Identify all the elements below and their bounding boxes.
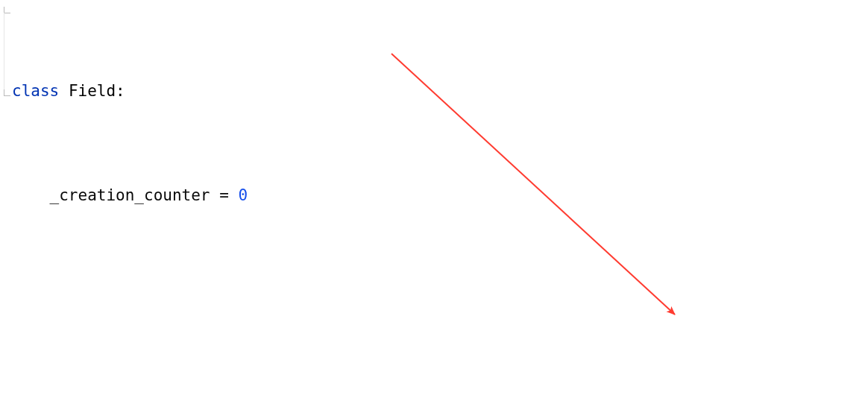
number-literal: 0 [238,186,248,204]
identifier: _creation_counter [50,186,210,204]
class-name: Field [69,82,116,100]
code-line[interactable]: class Field: [10,78,868,104]
fold-marker-icon[interactable] [4,7,10,13]
code-editor[interactable]: class Field: _creation_counter = 0 defau… [0,0,868,209]
code-line[interactable]: default_error_messages = { [10,391,868,395]
gutter [0,0,10,395]
code-area[interactable]: class Field: _creation_counter = 0 defau… [10,0,868,395]
fold-marker-icon[interactable] [4,89,10,96]
fold-guide-line [4,13,4,93]
code-line[interactable] [10,287,868,313]
keyword-class: class [12,82,59,100]
code-line[interactable]: _creation_counter = 0 [10,183,868,209]
